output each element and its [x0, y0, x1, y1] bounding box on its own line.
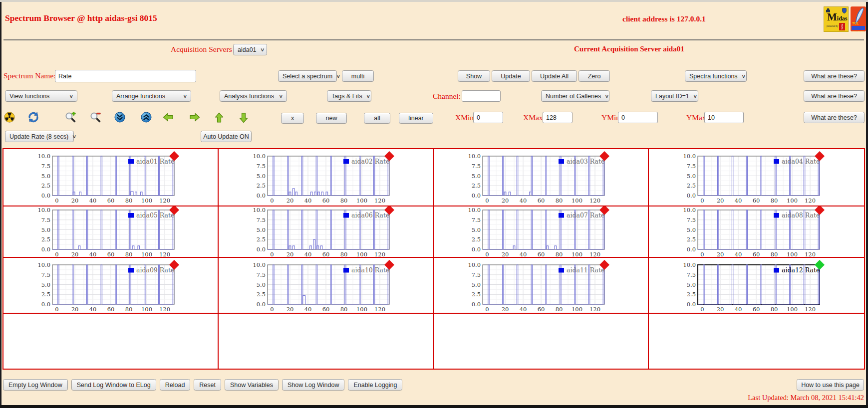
svg-text:80: 80	[771, 306, 778, 313]
gallery-cell-aida05[interactable]: 0.02.55.07.510.0020406080100120aida05 Ra…	[3, 206, 219, 258]
svg-text:20: 20	[71, 197, 79, 204]
tags-fits-select[interactable]: Tags & Fits ∨	[327, 90, 371, 102]
analysis-functions-select[interactable]: Analysis functions ∨	[220, 90, 287, 102]
gallery-cell-aida07[interactable]: 0.02.55.07.510.0020406080100120aida07 Ra…	[434, 206, 649, 258]
svg-text:100: 100	[787, 197, 798, 204]
layout-id-select[interactable]: Layout ID=1 ∨	[651, 90, 698, 102]
footer-button-bar: Empty Log WindowSend Log Window to ELogR…	[3, 379, 402, 391]
svg-text:40: 40	[89, 251, 97, 258]
svg-text:0.0: 0.0	[687, 246, 696, 253]
gallery-cell-aida03[interactable]: 0.02.55.07.510.0020406080100120aida03 Ra…	[434, 149, 649, 206]
svg-text:2.5: 2.5	[472, 236, 481, 243]
gallery-cell-aida11[interactable]: 0.02.55.07.510.0020406080100120aida11 Ra…	[434, 258, 649, 314]
select-spectrum-select[interactable]: Select a spectrum ∨	[278, 70, 337, 82]
svg-text:60: 60	[107, 197, 115, 204]
collapse-vertical-icon[interactable]	[114, 112, 126, 124]
svg-text:120: 120	[374, 306, 385, 313]
svg-text:10.0: 10.0	[683, 206, 696, 213]
arrow-down-icon[interactable]	[238, 112, 250, 124]
gallery-cell-aida04[interactable]: 0.02.55.07.510.0020406080100120aida04 Ra…	[649, 149, 864, 206]
svg-text:2.5: 2.5	[687, 236, 696, 243]
gallery-cell-aida08[interactable]: 0.02.55.07.510.0020406080100120aida08 Ra…	[649, 206, 864, 258]
gallery-cell-aida01[interactable]: 0.02.55.07.510.0020406080100120aida01 Ra…	[3, 149, 219, 206]
chevron-down-icon: ∨	[72, 134, 77, 139]
spectra-functions-select[interactable]: Spectra functions ∨	[685, 70, 747, 82]
zoom-out-icon[interactable]	[90, 112, 102, 124]
arrow-right-icon[interactable]	[189, 112, 201, 124]
gallery-cell-aida10[interactable]: 0.02.55.07.510.0020406080100120aida10 Ra…	[219, 258, 434, 314]
expand-vertical-icon[interactable]	[141, 112, 153, 124]
update-button[interactable]: Update	[492, 70, 530, 82]
send-log-window-to-elog-button[interactable]: Send Log Window to ELog	[71, 379, 156, 391]
svg-text:120: 120	[374, 251, 385, 258]
svg-text:100: 100	[572, 197, 582, 204]
shield-icon	[842, 8, 847, 13]
svg-text:40: 40	[735, 251, 742, 258]
multi-button[interactable]: multi	[342, 70, 374, 82]
channel-input[interactable]	[462, 90, 501, 102]
svg-text:40: 40	[89, 306, 97, 313]
svg-text:20: 20	[502, 197, 509, 204]
svg-text:60: 60	[753, 197, 760, 204]
svg-text:120: 120	[589, 197, 600, 204]
reload-button[interactable]: Reload	[160, 379, 191, 391]
svg-text:7.5: 7.5	[41, 216, 50, 223]
show-variables-button[interactable]: Show Variables	[225, 379, 279, 391]
gallery-chart-aida12: 0.02.55.07.510.0020406080100120aida12 Ra…	[649, 258, 864, 316]
ymax-input[interactable]	[704, 112, 744, 123]
enable-logging-button[interactable]: Enable Logging	[348, 379, 402, 391]
zero-button[interactable]: Zero	[579, 70, 610, 82]
reset-button[interactable]: Reset	[194, 379, 221, 391]
svg-text:80: 80	[771, 251, 778, 258]
zoom-in-icon[interactable]	[65, 112, 77, 124]
update-rate-select[interactable]: Update Rate (8 secs) ∨	[5, 131, 74, 142]
svg-text:10.0: 10.0	[253, 206, 266, 213]
update-all-button[interactable]: Update All	[532, 70, 577, 82]
what-are-these-button-2[interactable]: What are these?	[804, 90, 865, 102]
spectrum-name-input[interactable]	[55, 70, 196, 82]
how-to-use-button[interactable]: How to use this page	[797, 379, 864, 391]
svg-text:0.0: 0.0	[41, 192, 50, 199]
svg-text:60: 60	[753, 306, 760, 313]
show-log-window-button[interactable]: Show Log Window	[282, 379, 345, 391]
what-are-these-button-1[interactable]: What are these?	[804, 70, 865, 82]
empty-log-window-button[interactable]: Empty Log Window	[3, 379, 68, 391]
svg-text:100: 100	[141, 197, 152, 204]
svg-text:100: 100	[572, 251, 582, 258]
svg-text:5.0: 5.0	[687, 281, 696, 288]
ymin-input[interactable]	[618, 112, 658, 123]
xmax-input[interactable]	[543, 112, 573, 123]
all-button[interactable]: all	[364, 113, 390, 124]
acquisition-servers-label: Acquisition Servers	[171, 45, 232, 54]
chevron-down-icon: ∨	[693, 93, 698, 99]
refresh-icon[interactable]	[28, 112, 40, 124]
svg-text:5.0: 5.0	[41, 281, 50, 288]
acquisition-server-select[interactable]: aida01 ∨	[233, 44, 267, 55]
gallery-cell-aida02[interactable]: 0.02.55.07.510.0020406080100120aida02 Ra…	[219, 149, 434, 206]
svg-text:120: 120	[374, 197, 385, 204]
auto-update-button[interactable]: Auto Update ON	[201, 131, 252, 142]
xmin-input[interactable]	[473, 112, 503, 123]
gallery-cell-aida06[interactable]: 0.02.55.07.510.0020406080100120aida06 Ra…	[219, 206, 434, 258]
linear-button[interactable]: linear	[399, 113, 433, 124]
svg-text:5.0: 5.0	[257, 281, 266, 288]
arrow-up-icon[interactable]	[214, 112, 226, 124]
x-button[interactable]: x	[281, 113, 304, 124]
radiation-icon[interactable]	[4, 112, 16, 124]
spectrum-browser-page: Spectrum Browser @ http aidas-gsi 8015 c…	[0, 0, 868, 408]
svg-text:10.0: 10.0	[683, 153, 696, 160]
svg-text:aida05 Rate: aida05 Rate	[136, 211, 174, 219]
gallery-cell-aida12[interactable]: 0.02.55.07.510.0020406080100120aida12 Ra…	[649, 258, 864, 314]
midas-logo-text: Midas	[827, 13, 848, 22]
arrange-functions-select[interactable]: Arrange functions ∨	[112, 90, 191, 102]
view-functions-select[interactable]: View functions ∨	[5, 90, 77, 102]
arrow-left-icon[interactable]	[162, 112, 174, 124]
svg-text:20: 20	[287, 197, 294, 204]
what-are-these-button-3[interactable]: What are these?	[804, 112, 865, 123]
gallery-cell-aida09[interactable]: 0.02.55.07.510.0020406080100120aida09 Ra…	[3, 258, 219, 314]
svg-text:20: 20	[717, 251, 724, 258]
number-of-galleries-select[interactable]: Number of Galleries ∨	[541, 90, 609, 102]
new-button[interactable]: new	[316, 113, 347, 124]
show-button[interactable]: Show	[458, 70, 490, 82]
svg-text:120: 120	[159, 197, 170, 204]
